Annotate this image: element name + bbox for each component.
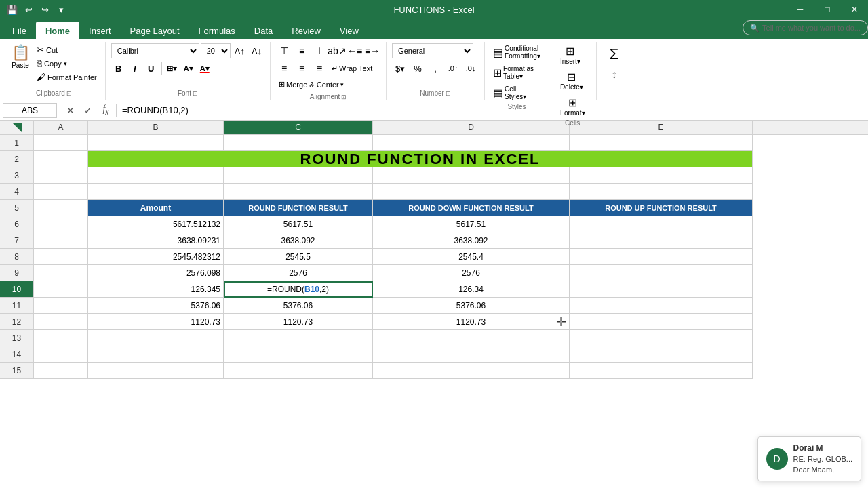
cell-e7[interactable] — [570, 232, 753, 249]
font-color-button[interactable]: A▾ — [197, 61, 212, 76]
cell-d8[interactable]: 2545.4 — [373, 249, 570, 265]
cell-a15[interactable] — [34, 363, 88, 379]
cell-a12[interactable] — [34, 314, 88, 330]
row-header-1[interactable]: 1 — [0, 135, 34, 151]
cell-a3[interactable] — [34, 167, 88, 184]
cell-b11[interactable]: 5376.06 — [88, 298, 224, 314]
cell-c7[interactable]: 3638.092 — [224, 232, 373, 249]
minimize-button[interactable]: ─ — [787, 0, 814, 19]
row-header-8[interactable]: 8 — [0, 249, 34, 265]
cell-b5[interactable]: Amount — [88, 200, 224, 216]
cell-b8[interactable]: 2545.482312 — [88, 249, 224, 265]
col-header-a[interactable]: A — [34, 121, 88, 134]
cell-e9[interactable] — [570, 265, 753, 281]
cell-e10[interactable] — [570, 281, 753, 298]
merge-center-button[interactable]: ⊞ Merge & Center ▾ — [276, 79, 347, 90]
cells-label[interactable]: Cells — [565, 119, 580, 128]
col-header-e[interactable]: E — [570, 121, 753, 134]
cell-a4[interactable] — [34, 184, 88, 200]
decrease-decimal-button[interactable]: .0↓ — [462, 61, 479, 76]
cell-a2[interactable] — [34, 151, 88, 167]
cell-e13[interactable] — [570, 330, 753, 346]
cell-a13[interactable] — [34, 330, 88, 346]
cell-d10[interactable]: 126.34 — [373, 281, 570, 298]
cell-a8[interactable] — [34, 249, 88, 265]
cell-a1[interactable] — [34, 135, 88, 151]
cell-d14[interactable] — [373, 346, 570, 363]
row-header-10[interactable]: 10 — [0, 281, 34, 298]
format-painter-button[interactable]: 🖌 Format Painter — [34, 70, 100, 83]
cell-c14[interactable] — [224, 346, 373, 363]
cell-e12[interactable] — [570, 314, 753, 330]
insert-function-button[interactable]: fx — [98, 103, 113, 118]
accounting-format-button[interactable]: $▾ — [392, 61, 408, 76]
bold-button[interactable]: B — [111, 61, 126, 76]
cell-d9[interactable]: 2576 — [373, 265, 570, 281]
cell-d1[interactable] — [373, 135, 570, 151]
row-header-4[interactable]: 4 — [0, 184, 34, 200]
row-header-14[interactable]: 14 — [0, 346, 34, 363]
copy-button[interactable]: ⎘ Copy ▾ — [34, 57, 100, 70]
align-left-button[interactable]: ≡ — [276, 61, 292, 76]
cell-a7[interactable] — [34, 232, 88, 249]
notification-popup[interactable]: D Dorai M RE: Reg. GLOB... Dear Maam, — [757, 436, 861, 481]
increase-font-size-button[interactable]: A↑ — [232, 45, 248, 58]
clipboard-label[interactable]: Clipboard ⊡ — [36, 89, 72, 98]
customize-qat-button[interactable]: ▾ — [54, 3, 68, 16]
cell-c10[interactable]: =ROUND(B10,2) — [224, 281, 373, 298]
cell-e14[interactable] — [570, 346, 753, 363]
enter-formula-button[interactable]: ✓ — [81, 103, 96, 118]
cell-e1[interactable] — [570, 135, 753, 151]
row-header-5[interactable]: 5 — [0, 200, 34, 216]
font-size-select[interactable]: 20 — [201, 43, 231, 58]
border-button[interactable]: ⊞▾ — [165, 61, 180, 76]
cell-d13[interactable] — [373, 330, 570, 346]
maximize-button[interactable]: □ — [814, 0, 841, 19]
font-family-select[interactable]: Calibri — [111, 43, 199, 58]
cell-c1[interactable] — [224, 135, 373, 151]
bottom-align-button[interactable]: ⊥ — [311, 43, 328, 58]
cut-button[interactable]: ✂ Cut — [34, 43, 100, 56]
row-header-13[interactable]: 13 — [0, 330, 34, 346]
cell-a9[interactable] — [34, 265, 88, 281]
font-label[interactable]: Font ⊡ — [178, 89, 198, 98]
cell-d11[interactable]: 5376.06 — [373, 298, 570, 314]
undo-button[interactable]: ↩ — [22, 3, 35, 16]
cell-c4[interactable] — [224, 184, 373, 200]
cell-b10[interactable]: 126.345 — [88, 281, 224, 298]
cell-d5[interactable]: ROUND DOWN FUNCTION RESULT — [373, 200, 570, 216]
cell-e8[interactable] — [570, 249, 753, 265]
align-right-button[interactable]: ≡ — [311, 61, 328, 76]
cell-b6[interactable]: 5617.512132 — [88, 216, 224, 232]
cell-c12[interactable]: 1120.73 — [224, 314, 373, 330]
fill-color-button[interactable]: A▾ — [181, 61, 196, 76]
cell-d12[interactable]: 1120.73 ✛ — [373, 314, 570, 330]
name-box[interactable] — [3, 103, 57, 118]
insert-cell-button[interactable]: ⊞ Insert▾ — [555, 43, 586, 66]
sort-filter-button[interactable]: ↕ — [602, 66, 627, 83]
wrap-text-button[interactable]: ↵ Wrap Text — [329, 61, 375, 76]
tab-review[interactable]: Review — [282, 22, 330, 39]
cell-b3[interactable] — [88, 167, 224, 184]
cell-c15[interactable] — [224, 363, 373, 379]
cell-d3[interactable] — [373, 167, 570, 184]
tell-me-input[interactable]: 🔍 Tell me what you want to do... — [743, 20, 868, 35]
cell-a14[interactable] — [34, 346, 88, 363]
col-header-b[interactable]: B — [88, 121, 224, 134]
autosum-button[interactable]: Σ — [602, 43, 627, 65]
select-all-icon[interactable] — [12, 123, 22, 132]
cell-e15[interactable] — [570, 363, 753, 379]
conditional-formatting-button[interactable]: ▤ ConditionalFormatting▾ — [490, 43, 543, 61]
cell-b13[interactable] — [88, 330, 224, 346]
number-label[interactable]: Number ⊡ — [420, 89, 451, 98]
row-header-6[interactable]: 6 — [0, 216, 34, 232]
tab-data[interactable]: Data — [245, 22, 282, 39]
styles-label[interactable]: Styles — [507, 103, 526, 112]
col-header-c[interactable]: C — [224, 121, 373, 134]
cell-c13[interactable] — [224, 330, 373, 346]
alignment-label[interactable]: Alignment ⊡ — [310, 93, 347, 102]
cell-styles-button[interactable]: ▤ CellStyles▾ — [490, 84, 529, 102]
cell-c5[interactable]: ROUND FUNCTION RESULT — [224, 200, 373, 216]
close-button[interactable]: ✕ — [841, 0, 868, 19]
row-header-2[interactable]: 2 — [0, 151, 34, 167]
